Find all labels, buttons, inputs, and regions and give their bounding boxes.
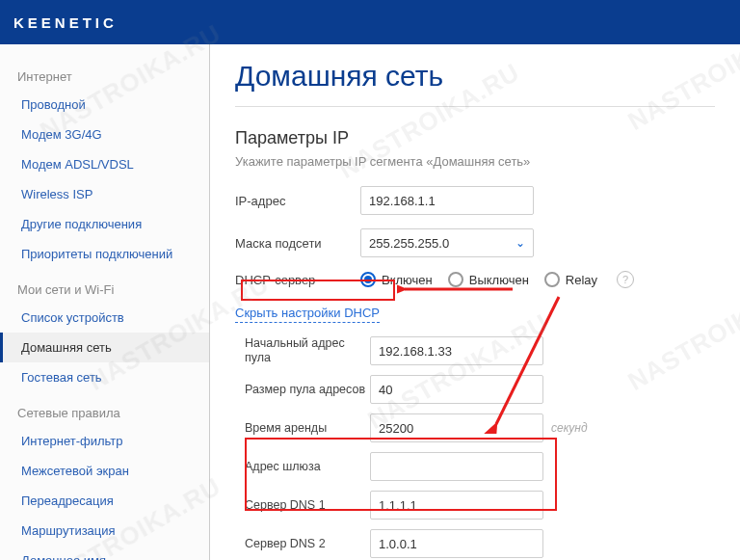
radio-icon bbox=[544, 272, 560, 287]
radio-label: Выключен bbox=[469, 273, 529, 287]
row-pool-start: Начальный адрес пула bbox=[245, 336, 715, 365]
lease-label: Время аренды bbox=[245, 421, 370, 436]
pool-start-label: Начальный адрес пула bbox=[245, 336, 370, 365]
layout: ИнтернетПроводнойМодем 3G/4GМодем ADSL/V… bbox=[0, 44, 740, 560]
radio-icon bbox=[448, 272, 463, 287]
dns1-input[interactable] bbox=[370, 491, 543, 520]
row-ip: IP-адрес bbox=[235, 186, 715, 215]
row-dhcp-mode: DHCP-сервер Включен Выключен Relay ? bbox=[235, 271, 715, 288]
brand-logo: KEENETIC bbox=[13, 14, 118, 31]
row-gateway: Адрес шлюза bbox=[245, 452, 715, 481]
toggle-dhcp-settings-link[interactable]: Скрыть настройки DHCP bbox=[235, 306, 380, 323]
ip-input[interactable] bbox=[360, 186, 534, 215]
sidebar-item[interactable]: Домашняя сеть bbox=[0, 333, 209, 362]
ip-label: IP-адрес bbox=[235, 194, 360, 208]
radio-dhcp-relay[interactable]: Relay bbox=[544, 272, 597, 287]
sidebar-item[interactable]: Переадресация bbox=[0, 486, 209, 516]
sidebar-item[interactable]: Wireless ISP bbox=[0, 179, 209, 209]
row-pool-size: Размер пула адресов bbox=[245, 375, 715, 404]
section-title: Параметры IP bbox=[235, 128, 715, 148]
row-dns2: Сервер DNS 2 bbox=[245, 529, 715, 558]
sidebar-item[interactable]: Модем 3G/4G bbox=[0, 120, 209, 149]
row-mask: Маска подсети 255.255.255.0 ⌄ bbox=[235, 228, 715, 257]
mask-value: 255.255.255.0 bbox=[369, 236, 449, 251]
dns1-label: Сервер DNS 1 bbox=[245, 498, 370, 513]
sidebar-item[interactable]: Другие подключения bbox=[0, 209, 209, 239]
mask-select[interactable]: 255.255.255.0 ⌄ bbox=[360, 228, 534, 257]
mask-label: Маска подсети bbox=[235, 236, 360, 251]
lease-input[interactable] bbox=[370, 413, 543, 442]
lease-unit: секунд bbox=[551, 421, 588, 435]
gateway-input[interactable] bbox=[370, 452, 543, 481]
dhcp-radio-group: Включен Выключен Relay ? bbox=[360, 271, 634, 288]
dhcp-settings-block: Начальный адрес пула Размер пула адресов… bbox=[235, 336, 715, 558]
sidebar-item[interactable]: Модем ADSL/VDSL bbox=[0, 149, 209, 179]
sidebar-group-title: Мои сети и Wi-Fi bbox=[0, 269, 209, 303]
pool-size-label: Размер пула адресов bbox=[245, 383, 370, 397]
sidebar-item[interactable]: Приоритеты подключений bbox=[0, 239, 209, 269]
sidebar-item[interactable]: Доменное имя bbox=[0, 546, 209, 560]
sidebar-group-title: Интернет bbox=[0, 56, 209, 90]
sidebar-item[interactable]: Список устройств bbox=[0, 303, 209, 333]
radio-icon bbox=[360, 272, 376, 287]
main-content: Домашняя сеть Параметры IP Укажите парам… bbox=[210, 44, 740, 560]
row-lease: Время аренды секунд bbox=[245, 413, 715, 442]
radio-label: Relay bbox=[566, 273, 597, 287]
help-icon[interactable]: ? bbox=[617, 271, 634, 288]
sidebar-item[interactable]: Интернет-фильтр bbox=[0, 426, 209, 456]
topbar: KEENETIC bbox=[0, 0, 740, 44]
radio-dhcp-on[interactable]: Включен bbox=[360, 272, 433, 287]
row-dns1: Сервер DNS 1 bbox=[245, 491, 715, 520]
radio-label: Включен bbox=[382, 273, 433, 287]
pool-size-input[interactable] bbox=[370, 375, 543, 404]
section-subtitle: Укажите параметры IP сегмента «Домашняя … bbox=[235, 154, 715, 169]
sidebar-item[interactable]: Гостевая сеть bbox=[0, 362, 209, 392]
sidebar-group-title: Сетевые правила bbox=[0, 392, 209, 426]
sidebar-item[interactable]: Маршрутизация bbox=[0, 516, 209, 546]
dns2-input[interactable] bbox=[370, 529, 543, 558]
radio-dhcp-off[interactable]: Выключен bbox=[448, 272, 529, 287]
sidebar: ИнтернетПроводнойМодем 3G/4GМодем ADSL/V… bbox=[0, 44, 210, 560]
dhcp-label: DHCP-сервер bbox=[235, 273, 360, 287]
sidebar-item[interactable]: Проводной bbox=[0, 90, 209, 120]
chevron-down-icon: ⌄ bbox=[515, 236, 525, 250]
sidebar-item[interactable]: Межсетевой экран bbox=[0, 456, 209, 486]
pool-start-input[interactable] bbox=[370, 336, 543, 365]
dns2-label: Сервер DNS 2 bbox=[245, 537, 370, 551]
page-title: Домашняя сеть bbox=[235, 60, 715, 107]
gateway-label: Адрес шлюза bbox=[245, 460, 370, 474]
